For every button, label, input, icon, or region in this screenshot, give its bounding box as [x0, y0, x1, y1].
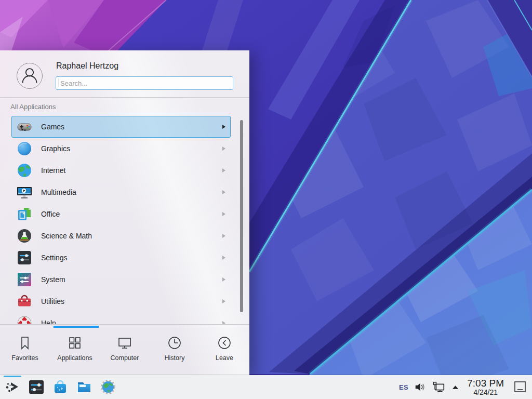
category-label: Multimedia	[41, 188, 76, 196]
category-system[interactable]: System	[11, 269, 231, 290]
submenu-arrow-icon	[222, 125, 225, 129]
show-desktop-button[interactable]	[513, 380, 527, 394]
category-graphics[interactable]: Graphics	[11, 138, 231, 159]
web-browser-button[interactable]	[100, 375, 116, 399]
category-internet[interactable]: Internet	[11, 159, 231, 181]
application-launcher-button[interactable]	[4, 375, 21, 399]
clock-date: 4/24/21	[467, 389, 504, 396]
utilities-icon	[16, 293, 33, 310]
category-settings[interactable]: Settings	[11, 247, 231, 269]
submenu-arrow-icon	[222, 234, 225, 238]
tab-label: History	[165, 354, 185, 362]
submenu-arrow-icon	[222, 321, 225, 324]
application-launcher-menu: Raphael Hertzog All Applications	[0, 50, 249, 375]
submenu-arrow-icon	[222, 256, 225, 260]
category-office[interactable]: Office	[11, 203, 231, 225]
leave-icon	[217, 335, 232, 351]
digital-clock[interactable]: 7:03 PM 4/24/21	[467, 378, 504, 396]
category-label: System	[41, 275, 65, 284]
category-label: Utilities	[41, 297, 64, 305]
submenu-arrow-icon	[222, 168, 225, 172]
kde-launcher-icon	[4, 379, 21, 395]
graphics-icon	[16, 140, 33, 157]
tab-label: Computer	[111, 354, 139, 362]
submenu-arrow-icon	[222, 212, 225, 216]
category-label: Office	[41, 210, 60, 218]
user-icon	[18, 64, 42, 88]
category-label: Graphics	[41, 144, 70, 153]
submenu-arrow-icon	[222, 147, 225, 151]
file-manager-button[interactable]	[76, 375, 92, 399]
internet-icon	[16, 162, 33, 179]
launcher-tab-bar: Favorites Applications Computer	[0, 324, 249, 375]
user-name: Raphael Hertzog	[56, 61, 118, 71]
submenu-arrow-icon	[222, 299, 225, 303]
section-label: All Applications	[10, 103, 249, 116]
network-icon[interactable]	[432, 380, 446, 394]
tab-computer[interactable]: Computer	[100, 325, 150, 375]
system-icon	[16, 271, 33, 288]
games-icon	[16, 118, 33, 135]
category-label: Games	[41, 123, 64, 131]
submenu-arrow-icon	[222, 277, 225, 282]
show-desktop-icon	[513, 380, 527, 394]
computer-icon	[117, 335, 132, 351]
category-utilities[interactable]: Utilities	[11, 290, 231, 312]
tab-label: Favorites	[11, 354, 38, 362]
help-icon	[16, 315, 33, 324]
taskbar-panel: ES 7:03 PM 4/24/21	[0, 375, 532, 399]
discover-button[interactable]	[52, 375, 69, 399]
category-games[interactable]: Games	[11, 116, 231, 138]
discover-icon	[52, 379, 69, 395]
science-icon	[16, 228, 33, 244]
office-icon	[16, 206, 33, 222]
bookmark-icon	[17, 335, 33, 351]
keyboard-layout-indicator[interactable]: ES	[399, 383, 408, 391]
settings-icon	[16, 249, 33, 266]
category-science-math[interactable]: Science & Math	[11, 225, 231, 247]
tab-leave[interactable]: Leave	[200, 325, 249, 375]
category-label: Internet	[41, 166, 65, 175]
system-tray: ES 7:03 PM 4/24/21	[399, 378, 532, 396]
launcher-header: Raphael Hertzog	[0, 50, 249, 98]
user-avatar[interactable]	[17, 63, 43, 89]
tab-label: Applications	[57, 354, 92, 362]
volume-icon[interactable]	[414, 381, 427, 393]
history-clock-icon	[167, 335, 182, 351]
category-label: Help	[41, 319, 56, 324]
category-label: Settings	[41, 254, 68, 262]
dolphin-folder-icon	[76, 379, 92, 395]
taskbar-launchers	[0, 375, 116, 399]
application-category-list: Games Graphics	[0, 116, 249, 324]
active-tab-indicator	[54, 326, 99, 328]
category-help[interactable]: Help	[11, 312, 231, 324]
clock-time: 7:03 PM	[467, 378, 504, 389]
system-settings-icon	[28, 379, 45, 395]
applications-grid-icon	[67, 335, 83, 351]
multimedia-icon	[16, 184, 33, 201]
category-multimedia[interactable]: Multimedia	[11, 181, 231, 203]
tab-favorites[interactable]: Favorites	[0, 325, 50, 375]
text-caret	[59, 78, 59, 87]
tray-expander-icon[interactable]	[451, 383, 459, 391]
tab-label: Leave	[216, 354, 233, 362]
tab-applications[interactable]: Applications	[50, 325, 100, 375]
search-input[interactable]	[56, 76, 233, 90]
globe-gear-icon	[100, 379, 116, 395]
category-label: Science & Math	[41, 232, 92, 240]
system-settings-button[interactable]	[28, 375, 45, 399]
tab-history[interactable]: History	[150, 325, 200, 375]
submenu-arrow-icon	[222, 190, 225, 194]
scrollbar-thumb[interactable]	[240, 120, 243, 312]
